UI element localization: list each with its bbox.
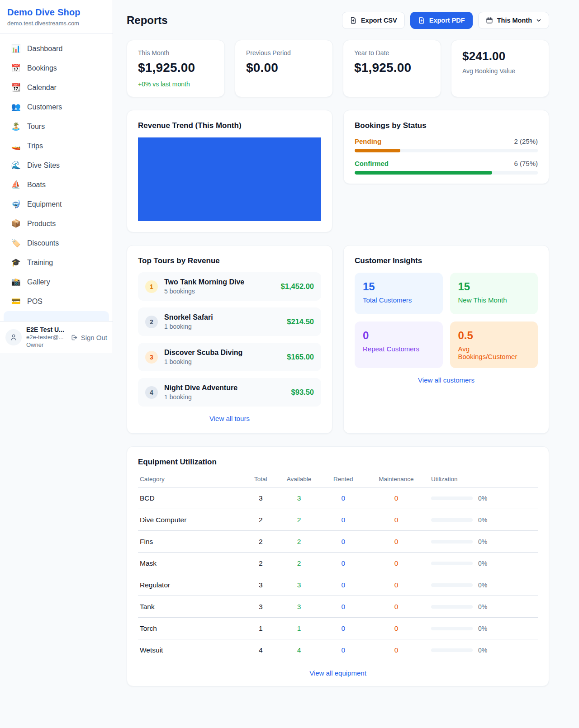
charts-row: Revenue Trend (This Month) Bookings by S… — [127, 110, 549, 232]
tile-value: 15 — [363, 280, 435, 293]
sidebar-item-label: Dive Sites — [27, 161, 60, 170]
bookings-icon: 📅 — [11, 64, 21, 72]
tile-label: Avg Bookings/Customer — [458, 345, 530, 360]
customer-insights-card: Customer Insights 15 Total Customers 15 … — [343, 245, 549, 434]
tour-row: 3 Discover Scuba Diving 1 booking $165.0… — [138, 343, 321, 371]
sidebar-item-customers[interactable]: 👥 Customers — [4, 97, 109, 117]
sidebar-item-boats[interactable]: ⛵ Boats — [4, 175, 109, 194]
tour-bookings: 1 booking — [164, 358, 242, 365]
equipment-utilization-card: Equipment Utilization Category Total Ava… — [127, 446, 549, 686]
status-progress-track — [355, 149, 538, 152]
tile-repeat-customers: 0 Repeat Customers — [355, 321, 443, 368]
sidebar-item-dashboard[interactable]: 📊 Dashboard — [4, 39, 109, 58]
stat-card-this-month: This Month $1,925.00 +0% vs last month — [127, 40, 225, 97]
tour-name: Snorkel Safari — [164, 313, 213, 321]
top-tours-card: Top Tours by Revenue 1 Two Tank Morning … — [127, 245, 332, 434]
rank-badge: 4 — [145, 386, 158, 399]
stat-label: Avg Booking Value — [462, 67, 538, 75]
cell-total: 3 — [247, 574, 275, 596]
stat-card-previous-period: Previous Period $0.00 — [235, 40, 333, 97]
cell-total: 3 — [247, 487, 275, 509]
products-icon: 📦 — [11, 220, 21, 227]
revenue-trend-title: Revenue Trend (This Month) — [138, 121, 321, 130]
sidebar-item-label: Discounts — [27, 239, 59, 247]
stats-row: This Month $1,925.00 +0% vs last month P… — [127, 40, 549, 97]
cell-available: 2 — [275, 531, 323, 553]
cell-category: Regulator — [138, 574, 247, 596]
stat-label: Year to Date — [354, 49, 430, 57]
table-row: BCD 3 3 0 0 0% — [138, 487, 538, 509]
sidebar-item-label: Training — [27, 259, 53, 267]
sidebar-item-calendar[interactable]: 📆 Calendar — [4, 78, 109, 97]
cell-maintenance: 0 — [363, 553, 429, 574]
sidebar-item-label: POS — [27, 298, 43, 306]
gallery-icon: 📸 — [11, 278, 21, 286]
sidebar-item-dive-sites[interactable]: 🌊 Dive Sites — [4, 156, 109, 175]
file-download-icon — [418, 17, 425, 24]
cell-available: 3 — [275, 596, 323, 618]
sidebar-item-label: Tours — [27, 123, 45, 131]
export-csv-button[interactable]: Export CSV — [342, 12, 405, 29]
utilization-bar — [431, 562, 473, 565]
tile-avg-bookings-customer: 0.5 Avg Bookings/Customer — [450, 321, 538, 368]
tile-value: 0.5 — [458, 329, 530, 342]
cell-maintenance: 0 — [363, 574, 429, 596]
cell-category: Tank — [138, 596, 247, 618]
rank-badge: 3 — [145, 351, 158, 364]
cell-rented: 0 — [323, 509, 363, 531]
utilization-bar — [431, 627, 473, 630]
user-role: Owner — [26, 341, 64, 349]
sidebar-item-tours[interactable]: 🏝️ Tours — [4, 117, 109, 136]
utilization-bar — [431, 540, 473, 544]
cell-utilization: 0% — [429, 596, 538, 618]
tour-row: 2 Snorkel Safari 1 booking $214.50 — [138, 307, 321, 336]
cell-utilization: 0% — [429, 531, 538, 553]
period-label: This Month — [497, 17, 532, 24]
column-header-available: Available — [275, 473, 323, 487]
sidebar-item-equipment[interactable]: 🤿 Equipment — [4, 194, 109, 214]
sidebar-item-bookings[interactable]: 📅 Bookings — [4, 58, 109, 78]
cell-available: 2 — [275, 553, 323, 574]
view-all-customers-link[interactable]: View all customers — [355, 376, 538, 384]
status-progress-track — [355, 171, 538, 175]
avatar — [5, 329, 22, 345]
cell-rented: 0 — [323, 639, 363, 661]
sidebar-item-pos[interactable]: 💳 POS — [4, 292, 109, 311]
cell-maintenance: 0 — [363, 509, 429, 531]
sidebar-item-trips[interactable]: 🚤 Trips — [4, 136, 109, 156]
export-csv-label: Export CSV — [361, 17, 397, 24]
period-selector[interactable]: This Month — [478, 12, 549, 29]
utilization-bar — [431, 518, 473, 522]
sidebar-item-training[interactable]: 🎓 Training — [4, 253, 109, 272]
customer-insights-title: Customer Insights — [355, 256, 538, 265]
rank-badge: 2 — [145, 316, 158, 328]
export-pdf-button[interactable]: Export PDF — [410, 12, 473, 29]
tour-bookings: 1 booking — [164, 323, 213, 330]
sidebar-item-products[interactable]: 📦 Products — [4, 214, 109, 233]
table-row: Mask 2 2 0 0 0% — [138, 553, 538, 574]
view-all-tours-link[interactable]: View all tours — [138, 415, 321, 422]
tile-value: 0 — [363, 329, 435, 342]
column-header-category: Category — [138, 473, 247, 487]
sign-out-button[interactable]: Sign Out — [70, 334, 107, 341]
user-footer: E2E Test U... e2e-tester@... Owner Sign … — [0, 321, 113, 353]
sidebar-item-discounts[interactable]: 🏷️ Discounts — [4, 233, 109, 253]
view-all-equipment-link[interactable]: View all equipment — [138, 669, 538, 677]
cell-total: 1 — [247, 618, 275, 639]
tile-label: New This Month — [458, 296, 530, 304]
stat-value: $1,925.00 — [354, 61, 430, 75]
calendar-icon: 📆 — [11, 84, 21, 91]
cell-maintenance: 0 — [363, 618, 429, 639]
table-row: Wetsuit 4 4 0 0 0% — [138, 639, 538, 661]
header-actions: Export CSV Export PDF This Month — [342, 12, 549, 29]
pos-icon: 💳 — [11, 298, 21, 305]
revenue-trend-card: Revenue Trend (This Month) — [127, 110, 332, 232]
status-progress-fill — [355, 171, 492, 175]
cell-rented: 0 — [323, 618, 363, 639]
sidebar-item-gallery[interactable]: 📸 Gallery — [4, 272, 109, 292]
user-meta: E2E Test U... e2e-tester@... Owner — [26, 326, 64, 349]
sidebar: Demo Dive Shop demo.test.divestreams.com… — [0, 0, 113, 353]
cell-maintenance: 0 — [363, 531, 429, 553]
cell-utilization: 0% — [429, 487, 538, 509]
sidebar-item-label: Calendar — [27, 84, 57, 92]
